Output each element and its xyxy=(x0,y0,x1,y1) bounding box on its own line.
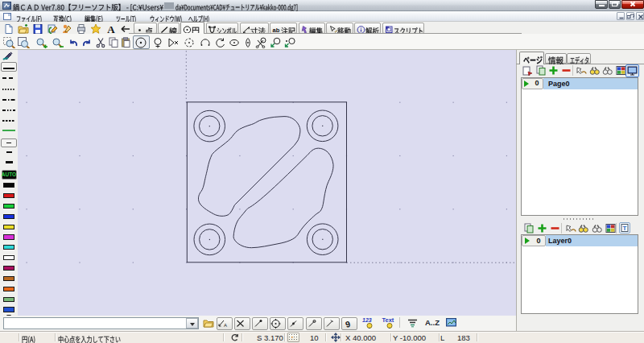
svg-text:Text: Text xyxy=(382,316,394,324)
svg-text:A: A xyxy=(107,23,115,35)
svg-text:A: A xyxy=(224,323,227,328)
svg-text:T: T xyxy=(623,225,627,232)
svg-text:123: 123 xyxy=(362,317,372,323)
svg-text:9: 9 xyxy=(344,318,351,329)
